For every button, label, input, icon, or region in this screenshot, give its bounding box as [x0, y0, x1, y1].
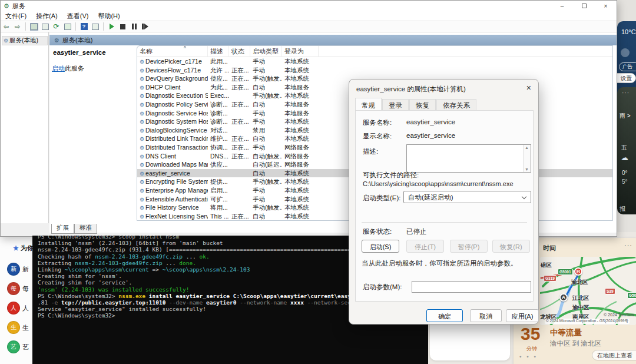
properties-icon[interactable]	[39, 22, 51, 31]
service-logon-cell: 本地系统	[282, 212, 319, 221]
service-name-cell: ⚙Downloaded Maps Man...	[137, 160, 208, 169]
traffic-pagination-dots[interactable]: • • •	[519, 353, 538, 360]
cloud-icon: ☁	[621, 153, 628, 162]
show-console-tree-icon[interactable]	[28, 22, 39, 31]
scroll-up-icon[interactable]: ▲	[525, 145, 529, 150]
column-header-0[interactable]: 名称∧	[137, 46, 208, 57]
column-header-3[interactable]: 启动类型	[250, 46, 282, 57]
column-header-4[interactable]: 登录为	[282, 46, 319, 57]
service-gear-icon: ⚙	[140, 145, 144, 151]
forecast-report-link[interactable]: 报	[620, 205, 625, 213]
terminal-text-segment: nssm-2.24-103-gdee49fc.zip	[75, 260, 163, 266]
description-textarea[interactable]: ▲ ▼	[406, 144, 531, 173]
terminal-text-segment: PS C:\Windows\system32> scoop install ns…	[38, 236, 179, 240]
service-startup-type-cell: 手动(触发...	[250, 203, 282, 212]
extended-view-icon[interactable]	[90, 22, 101, 31]
service-properties-dialog: easytier_service 的属性(本地计算机) × 常规登录恢复依存关系…	[349, 79, 539, 325]
restart-service-icon[interactable]	[140, 22, 151, 31]
tree-item-services-local[interactable]: ⚙ 服务(本地)	[2, 36, 48, 45]
view-on-map-button[interactable]: 在地图上查看	[592, 350, 636, 360]
start-parameters-input[interactable]	[412, 281, 531, 293]
startup-type-value: 自动(延迟启动)	[408, 194, 453, 201]
column-header-1[interactable]: 描述	[208, 46, 229, 57]
service-gear-icon: ⚙	[140, 154, 144, 160]
refresh-icon[interactable]: ⟳	[51, 22, 62, 31]
traffic-map[interactable]: 碚区 G5001 G319 B 渝北区 S39 G50 A 江北区 渝中区 龙坡…	[540, 257, 636, 325]
terminal-text-segment: Creating shim for 'service'.	[38, 279, 132, 286]
map-label-yubei: 渝北区	[571, 279, 588, 286]
scroll-down-icon[interactable]: ▼	[525, 167, 529, 171]
service-description-cell: 为此...	[208, 83, 229, 92]
minimize-button[interactable]: –	[551, 1, 573, 11]
help-icon[interactable]: ?	[78, 22, 90, 31]
view-tab-0[interactable]: 扩展	[51, 224, 74, 234]
service-row[interactable]: ⚙DevicesFlow_c171e允许 ...正在...手动本地系统	[137, 66, 612, 75]
apply-button[interactable]: 应用(A)	[506, 309, 539, 322]
start-service-icon[interactable]	[106, 22, 117, 31]
service-gear-icon: ⚙	[140, 188, 144, 194]
terminal-text-segment: nssm.exe	[118, 293, 145, 299]
service-logon-cell: 本地系统	[282, 177, 319, 186]
service-status-cell: 正在...	[229, 212, 250, 221]
stop-service-icon[interactable]	[117, 22, 128, 31]
feed-item-0[interactable]: 新新	[7, 263, 29, 276]
service-status-cell	[229, 220, 250, 221]
traffic-more-icon[interactable]: ···	[624, 241, 632, 249]
dialog-close-icon[interactable]: ×	[526, 83, 531, 92]
service-gear-icon: ⚙	[140, 179, 144, 185]
service-status-cell: 正在...	[229, 143, 250, 152]
service-logon-cell: 本地系统	[282, 169, 319, 178]
terminal-text-segment: ...	[183, 253, 200, 260]
back-icon[interactable]: ⇦	[1, 22, 12, 31]
window-titlebar[interactable]: ⚙ 服务 – ×	[1, 1, 617, 11]
service-gear-icon: ⚙	[140, 197, 144, 203]
forecast-more-icon[interactable]: ···	[622, 90, 630, 96]
menu-item-3[interactable]: 帮助(H)	[93, 12, 124, 21]
service-name-cell: ⚙DevicePicker_c171e	[137, 57, 208, 66]
service-name-text: Distributed Transaction C...	[145, 144, 208, 151]
start-service-link[interactable]: 启动	[52, 65, 65, 72]
feed-item-4[interactable]: 艺艺	[7, 340, 29, 353]
start-button[interactable]: 启动(S)	[362, 240, 399, 253]
menu-item-0[interactable]: 文件(F)	[1, 12, 31, 21]
feed-item-2[interactable]: 人人	[7, 302, 29, 315]
startup-type-dropdown[interactable]: 自动(延迟启动)	[403, 191, 531, 203]
column-header-2[interactable]: 状态	[229, 46, 250, 57]
service-description-cell: 诊断...	[208, 100, 229, 109]
map-label-yuzhong: 渝中区	[572, 304, 589, 312]
service-row[interactable]: ⚙DevicePicker_c171e此用...手动本地系统	[137, 57, 612, 66]
chevron-down-icon	[522, 194, 526, 199]
feed-logo-icon: 生	[7, 321, 20, 334]
cancel-button[interactable]: 取消	[470, 309, 502, 322]
feed-item-label: 每	[22, 284, 29, 293]
ok-button[interactable]: 确定	[426, 309, 463, 322]
ad-pill[interactable]: 广告	[619, 62, 636, 71]
view-tab-1[interactable]: 标准	[74, 224, 97, 234]
forecast-card[interactable]: ··· 雨 > 五 ☁ 0° 5° 报	[617, 87, 636, 214]
list-header: 名称∧描述状态启动类型登录为	[137, 46, 612, 57]
export-list-icon[interactable]	[62, 22, 73, 31]
menu-item-2[interactable]: 查看(V)	[62, 12, 94, 21]
maximize-button[interactable]	[573, 1, 595, 11]
service-name-cell: ⚙DHCP Client	[137, 83, 208, 92]
terminal-text-segment: ~\scoop\apps\nssm\2.24-103	[163, 266, 250, 273]
forward-icon[interactable]: ⇨	[12, 22, 23, 31]
service-name-text: Diagnostic System Host	[145, 118, 208, 125]
feed-item-label: 新	[22, 265, 29, 274]
forecast-rain-link[interactable]: 雨 >	[620, 112, 631, 120]
service-startup-type-cell: 自动	[250, 83, 282, 92]
textarea-scrollbar[interactable]: ▲ ▼	[523, 145, 531, 172]
for-you-tab[interactable]: ★为你	[13, 244, 34, 253]
menu-item-1[interactable]: 操作(A)	[31, 12, 62, 21]
feed-item-3[interactable]: 生生	[7, 321, 29, 334]
window-title: 服务	[12, 2, 25, 11]
terminal-text-segment: Extracting	[38, 260, 75, 266]
feed-item-1[interactable]: 每每	[7, 282, 29, 295]
service-status-cell	[229, 57, 250, 66]
close-button[interactable]: ×	[595, 1, 617, 11]
service-logon-cell: 本地服务	[282, 220, 319, 221]
service-startup-type-cell: 手动(触发...	[250, 177, 282, 186]
pause-service-icon[interactable]	[128, 22, 140, 31]
service-name-cell: ⚙Diagnostic Execution Ser...	[137, 91, 208, 100]
service-status-cell	[229, 177, 250, 186]
